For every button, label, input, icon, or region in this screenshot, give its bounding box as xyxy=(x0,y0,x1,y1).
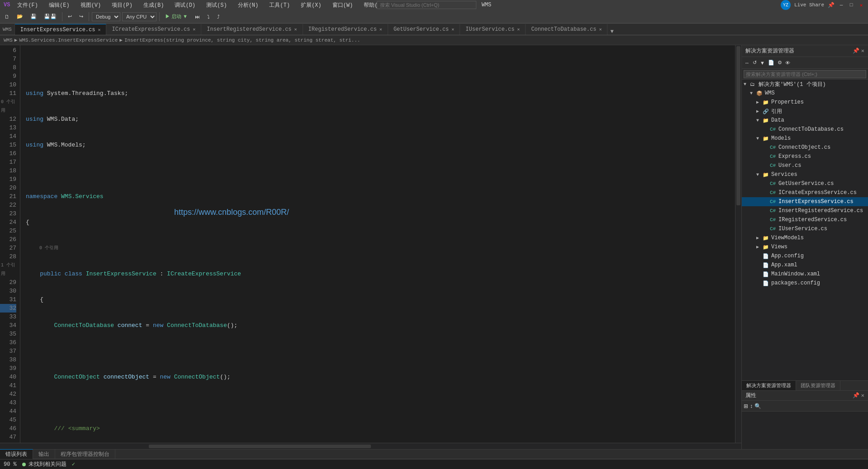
tree-getuserservice[interactable]: C# GetUserService.cs xyxy=(742,179,868,188)
tab-close-icon[interactable]: ✕ xyxy=(294,27,297,32)
se-refresh-btn[interactable]: ↺ xyxy=(752,59,758,66)
start-btn[interactable]: ▶ 启动 ▼ xyxy=(162,12,190,21)
tree-viewmodels[interactable]: ▶ 📁 ViewModels xyxy=(742,233,868,242)
platform-dropdown[interactable]: Any CPU xyxy=(122,12,157,21)
tree-arrow: ▼ xyxy=(750,91,756,96)
tab-close-icon[interactable]: ✕ xyxy=(193,27,195,32)
prop-grid-btn[interactable]: ⊞ xyxy=(744,403,748,409)
tree-insertexpressservice[interactable]: C# InsertExpressService.cs xyxy=(742,197,868,206)
tree-models-folder[interactable]: ▼ 📁 Models xyxy=(742,134,868,143)
close-button[interactable]: ✕ xyxy=(858,2,864,8)
global-search-input[interactable] xyxy=(377,1,476,9)
se-preview-btn[interactable]: 👁 xyxy=(784,59,791,66)
tree-views[interactable]: ▶ 📁 Views xyxy=(742,242,868,251)
tree-mainwindow[interactable]: 📄 MainWindow.xaml xyxy=(742,270,868,279)
save-btn[interactable]: 💾 xyxy=(28,13,39,20)
tree-connecttodatabase[interactable]: C# ConnectToDatabase.cs xyxy=(742,125,868,134)
se-all-files-btn[interactable]: 📄 xyxy=(767,59,775,66)
tree-connectobject[interactable]: C# ConnectObject.cs xyxy=(742,143,868,152)
tab-insert-express-service[interactable]: InsertExpressService.cs ✕ xyxy=(15,24,107,35)
bottom-tab-errors[interactable]: 错误列表 xyxy=(0,449,33,459)
maximize-button[interactable]: □ xyxy=(848,2,854,8)
menu-extensions[interactable]: 扩展(X) xyxy=(297,0,325,10)
code-content[interactable]: https://www.cnblogs.com/R00R/ using Syst… xyxy=(20,45,735,443)
step-over-btn[interactable]: ⏭ xyxy=(192,13,203,20)
step-out-btn[interactable]: ⤴ xyxy=(214,13,223,20)
tab-insert-registered[interactable]: InsertRegisteredService.cs ✕ xyxy=(201,24,303,35)
menu-file[interactable]: 文件(F) xyxy=(14,0,42,10)
tree-icreateexpressservice[interactable]: C# ICreateExpressService.cs xyxy=(742,188,868,197)
tab-overflow-btn[interactable]: ▼ xyxy=(607,28,616,35)
step-in-btn[interactable]: ⤵ xyxy=(204,13,213,20)
tab-connect-db[interactable]: ConnectToDatabase.cs ✕ xyxy=(526,24,607,35)
se-sync-btn[interactable]: ↔ xyxy=(744,59,750,66)
se-tab-team-explorer[interactable]: 团队资源管理器 xyxy=(796,381,840,391)
tab-close-icon[interactable]: ✕ xyxy=(517,27,520,32)
tree-express[interactable]: C# Express.cs xyxy=(742,152,868,161)
prop-sort-btn[interactable]: ↕ xyxy=(750,403,753,409)
menu-debug[interactable]: 调试(D) xyxy=(171,0,199,10)
minimap[interactable] xyxy=(735,45,741,443)
tab-icreate-express[interactable]: ICreateExpressService.cs ✕ xyxy=(106,24,201,35)
prop-close-icon[interactable]: ✕ xyxy=(861,392,864,399)
menu-window[interactable]: 窗口(W) xyxy=(329,0,357,10)
project-icon: 📦 xyxy=(756,90,764,96)
horizontal-scrollbar[interactable] xyxy=(0,443,741,449)
tree-label: Services xyxy=(771,171,866,178)
tree-services-folder[interactable]: ▼ 📁 Services xyxy=(742,170,868,179)
tree-appxaml[interactable]: 📄 App.xaml xyxy=(742,261,868,270)
search-bar[interactable]: WMS xyxy=(377,1,492,9)
live-share-button[interactable]: Live Share xyxy=(794,2,824,8)
se-properties-btn[interactable]: ⚙ xyxy=(777,59,783,66)
tab-iuser[interactable]: IUserService.cs ✕ xyxy=(460,24,526,35)
menu-view[interactable]: 视图(V) xyxy=(77,0,105,10)
se-filter-btn[interactable]: ▼ xyxy=(759,59,766,66)
tree-solution-root[interactable]: ▼ 🗂 解决方案'WMS'(1 个项目) xyxy=(742,80,868,89)
tree-iuserservice[interactable]: C# IUserService.cs xyxy=(742,224,868,233)
solution-explorer: 解决方案资源管理器 📌 ✕ ↔ ↺ ▼ 📄 ⚙ 👁 ▼ 🗂 解决方案'WMS'(… xyxy=(741,45,868,449)
tree-insertregisteredservice[interactable]: C# InsertRegisteredService.cs xyxy=(742,206,868,215)
menu-analyze[interactable]: 分析(N) xyxy=(234,0,262,10)
tab-close-icon[interactable]: ✕ xyxy=(599,27,602,32)
cs-file-icon: C# xyxy=(770,190,777,195)
menu-build[interactable]: 生成(B) xyxy=(140,0,168,10)
tree-properties[interactable]: ▶ 📁 Properties xyxy=(742,98,868,107)
tab-close-icon[interactable]: ✕ xyxy=(451,27,454,32)
tree-packages[interactable]: 📄 packages.config xyxy=(742,279,868,288)
tab-iregistered[interactable]: IRegisteredService.cs ✕ xyxy=(303,24,388,35)
prop-search-btn[interactable]: 🔍 xyxy=(754,403,761,409)
code-line-13: { xyxy=(26,295,735,304)
menu-test[interactable]: 测试(S) xyxy=(203,0,231,10)
tree-references[interactable]: ▶ 🔗 引用 xyxy=(742,107,868,116)
minimize-button[interactable]: — xyxy=(838,2,844,8)
tab-close-icon[interactable]: ✕ xyxy=(379,27,382,32)
se-tree[interactable]: ▼ 🗂 解决方案'WMS'(1 个项目) ▼ 📦 WMS ▶ 📁 Propert… xyxy=(742,80,868,380)
new-project-btn[interactable]: 🗋 xyxy=(2,13,12,20)
se-close-icon[interactable]: ✕ xyxy=(861,47,864,54)
menu-tools[interactable]: 工具(T) xyxy=(266,0,294,10)
code-scroll[interactable]: 6 7 8 9 10 11 0 个引用 12 13 14 15 16 17 18… xyxy=(0,45,741,443)
se-tab-solution-explorer[interactable]: 解决方案资源管理器 xyxy=(742,381,796,391)
tree-wms-project[interactable]: ▼ 📦 WMS xyxy=(742,89,868,98)
tree-data-folder[interactable]: ▼ 📁 Data xyxy=(742,116,868,125)
bottom-tab-package-manager[interactable]: 程序包管理器控制台 xyxy=(55,449,115,459)
tree-appconfig[interactable]: 📄 App.config xyxy=(742,251,868,261)
tree-iregisteredservice[interactable]: C# IRegisteredService.cs xyxy=(742,215,868,224)
open-btn[interactable]: 📂 xyxy=(14,13,26,20)
redo-btn[interactable]: ↪ xyxy=(76,13,86,20)
tab-close-icon[interactable]: ✕ xyxy=(98,27,100,33)
tab-getuser[interactable]: GetUserService.cs ✕ xyxy=(388,24,460,35)
tree-user[interactable]: C# User.cs xyxy=(742,161,868,170)
se-search-input[interactable] xyxy=(744,70,866,78)
pin-icon[interactable]: 📌 xyxy=(828,2,835,9)
prop-pin-icon[interactable]: 📌 xyxy=(853,392,859,399)
menu-project[interactable]: 项目(P) xyxy=(108,0,136,10)
debug-config-dropdown[interactable]: Debug xyxy=(92,12,120,21)
menu-edit[interactable]: 编辑(E) xyxy=(45,0,73,10)
undo-btn[interactable]: ↩ xyxy=(65,13,75,20)
save-all-btn[interactable]: 💾💾 xyxy=(41,13,59,20)
bottom-tab-output[interactable]: 输出 xyxy=(33,449,55,459)
tab-label: GetUserService.cs xyxy=(394,26,449,33)
code-line-10: namespace WMS.Services xyxy=(26,192,735,201)
se-pin-icon[interactable]: 📌 xyxy=(853,47,859,54)
